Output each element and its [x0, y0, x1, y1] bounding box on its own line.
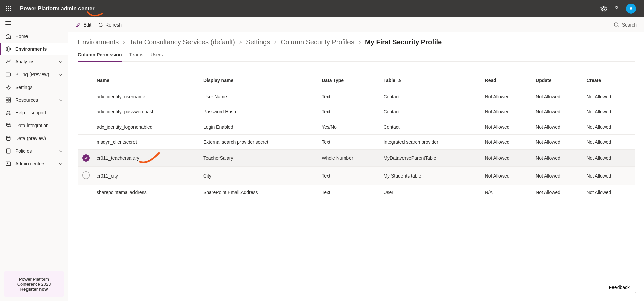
column-permission-table: Name Display name Data Type Table Read U… [78, 71, 635, 200]
sidebar-toggle-button[interactable] [0, 17, 68, 30]
svg-point-3 [6, 8, 7, 9]
sidebar-item-admin-centers[interactable]: Admin centers [0, 157, 68, 170]
cell-display-name: SharePoint Email Address [201, 185, 319, 200]
cell-name: msdyn_clientsecret [94, 135, 201, 150]
tab-users[interactable]: Users [151, 49, 163, 61]
cell-table: Contact [381, 104, 482, 119]
cell-table: Contact [381, 119, 482, 135]
sidebar-item-label: Home [15, 34, 28, 39]
breadcrumb-current: My First Security Profile [365, 38, 442, 46]
sort-asc-icon [398, 79, 401, 82]
edit-button[interactable]: Edit [72, 20, 95, 30]
sidebar-item-home[interactable]: Home [0, 30, 68, 43]
breadcrumb-link[interactable]: Environments [78, 38, 119, 46]
analytics-icon [5, 59, 11, 65]
chevron-down-icon [59, 98, 63, 102]
col-header-name[interactable]: Name [94, 71, 201, 89]
data-integration-icon [5, 122, 11, 129]
sidebar-item-analytics[interactable]: Analytics [0, 55, 68, 68]
breadcrumb-link[interactable]: Tata Consultancy Services (default) [129, 38, 235, 46]
table-row[interactable]: adx_identity_usernameUser NameTextContac… [78, 89, 635, 104]
gear-icon [5, 84, 11, 90]
refresh-button[interactable]: Refresh [95, 20, 125, 30]
sidebar-item-label: Settings [15, 85, 33, 90]
sidebar-item-resources[interactable]: Resources [0, 94, 68, 106]
search-icon [614, 22, 619, 28]
col-header-select[interactable] [78, 71, 94, 89]
sidebar-item-data-preview-[interactable]: Data (preview) [0, 132, 68, 145]
cell-data-type: Whole Number [319, 150, 381, 167]
cell-update: Not Allowed [533, 167, 584, 185]
sidebar-item-settings[interactable]: Settings [0, 81, 68, 94]
cell-display-name: User Name [201, 89, 319, 104]
sidebar-item-data-integration[interactable]: Data integration [0, 119, 68, 132]
cell-display-name: City [201, 167, 319, 185]
col-header-display-name[interactable]: Display name [201, 71, 319, 89]
feedback-button[interactable]: Feedback [603, 282, 636, 293]
sidebar-item-environments[interactable]: Environments [0, 43, 68, 55]
promo-register-link[interactable]: Register now [7, 287, 61, 292]
policies-icon [5, 148, 11, 154]
app-launcher-button[interactable] [3, 3, 14, 14]
cell-name: cr011_city [94, 167, 201, 185]
tab-column-permission[interactable]: Column Permission [78, 49, 122, 61]
sidebar-nav: HomeEnvironmentsAnalyticsBilling (Previe… [0, 30, 68, 267]
sidebar-item-label: Resources [15, 97, 38, 103]
table-row[interactable]: sharepointemailaddressSharePoint Email A… [78, 185, 635, 200]
cell-data-type: Text [319, 104, 381, 119]
sidebar-item-billing-preview-[interactable]: Billing (Preview) [0, 68, 68, 81]
col-header-read[interactable]: Read [482, 71, 533, 89]
table-row[interactable]: adx_identity_passwordhashPassword HashTe… [78, 104, 635, 119]
data-preview-icon [5, 135, 11, 141]
help-icon: ? [613, 5, 620, 12]
cell-create: Not Allowed [584, 89, 635, 104]
breadcrumb-link[interactable]: Settings [246, 38, 270, 46]
sidebar-item-label: Billing (Preview) [15, 72, 49, 77]
table-row[interactable]: msdyn_clientsecretExternal search provid… [78, 135, 635, 150]
cell-update: Not Allowed [533, 150, 584, 167]
table-row[interactable]: adx_identity_logonenabledLogin EnabledYe… [78, 119, 635, 135]
sidebar-item-help-support[interactable]: Help + support [0, 106, 68, 119]
cell-create: Not Allowed [584, 167, 635, 185]
col-header-create[interactable]: Create [584, 71, 635, 89]
cell-create: Not Allowed [584, 104, 635, 119]
account-avatar[interactable]: A [626, 4, 636, 14]
col-header-update[interactable]: Update [533, 71, 584, 89]
cell-table: Contact [381, 89, 482, 104]
help-button[interactable]: ? [613, 5, 620, 12]
svg-rect-27 [7, 163, 8, 164]
col-header-data-type[interactable]: Data Type [319, 71, 381, 89]
search-label: Search [622, 22, 637, 28]
cell-data-type: Text [319, 89, 381, 104]
cell-read: N/A [482, 185, 533, 200]
svg-text:?: ? [615, 6, 618, 11]
svg-point-0 [6, 6, 7, 7]
chevron-down-icon [59, 73, 63, 77]
cell-read: Not Allowed [482, 167, 533, 185]
search-button[interactable]: Search [610, 20, 640, 30]
edit-label: Edit [83, 22, 91, 28]
cell-data-type: Yes/No [319, 119, 381, 135]
breadcrumb-link[interactable]: Column Security Profiles [281, 38, 354, 46]
table-row[interactable]: cr011_teachersalaryTeacherSalaryWhole Nu… [78, 150, 635, 167]
sidebar-item-label: Data (preview) [15, 136, 46, 141]
breadcrumb-separator [122, 40, 126, 44]
settings-button[interactable] [600, 5, 607, 12]
row-select-toggle[interactable] [82, 171, 90, 179]
hamburger-icon [5, 21, 11, 26]
sidebar: HomeEnvironmentsAnalyticsBilling (Previe… [0, 17, 68, 301]
cell-name: adx_identity_logonenabled [94, 119, 201, 135]
row-select-toggle[interactable] [82, 154, 90, 162]
svg-line-29 [618, 26, 619, 27]
svg-rect-19 [9, 100, 11, 102]
home-icon [5, 33, 11, 39]
cell-display-name: Login Enabled [201, 119, 319, 135]
cell-name: cr011_teachersalary [94, 150, 201, 167]
col-header-table[interactable]: Table [381, 71, 482, 89]
topbar: Power Platform admin center ? A [0, 0, 644, 17]
sidebar-item-label: Policies [15, 148, 32, 154]
sidebar-item-policies[interactable]: Policies [0, 145, 68, 157]
tab-teams[interactable]: Teams [129, 49, 143, 61]
svg-rect-26 [6, 162, 11, 165]
table-row[interactable]: cr011_cityCityTextMy Students tableNot A… [78, 167, 635, 185]
